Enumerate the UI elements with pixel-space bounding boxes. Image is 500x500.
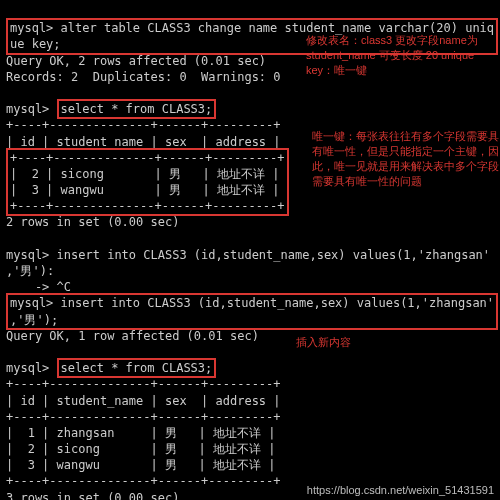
- query-result: Query OK, 2 rows affected (0.01 sec): [6, 54, 266, 68]
- table-row: | 2 | sicong | 男 | 地址不详 |: [10, 167, 280, 181]
- table-header: | id | student_name | sex | address |: [6, 394, 281, 408]
- sql-cont: ,'男'):: [6, 264, 54, 278]
- prompt: mysql>: [10, 21, 61, 35]
- cmd-select-1: select * from CLASS3;: [57, 99, 217, 119]
- cmd-insert: mysql> insert into CLASS3 (id,student_na…: [6, 293, 498, 329]
- table-row: | 3 | wangwu | 男 | 地址不详 |: [10, 183, 280, 197]
- watermark: https://blog.csdn.net/weixin_51431591: [307, 483, 494, 498]
- table-row: | 3 | wangwu | 男 | 地址不详 |: [6, 458, 276, 472]
- table-border: +----+--------------+------+---------+: [6, 118, 281, 132]
- rows-info: 2 rows in set (0.00 sec): [6, 215, 179, 229]
- annotation-3: 插入新内容: [296, 335, 376, 350]
- prompt: mysql>: [10, 296, 61, 310]
- annotation-1: 修改表名：class3 更改字段name为student_name 可变长度 2…: [306, 33, 496, 78]
- sql: insert into CLASS3 (id,student_name,sex)…: [57, 248, 490, 262]
- prompt: mysql>: [6, 102, 57, 116]
- rows-info: 3 rows in set (0.00 sec): [6, 491, 179, 500]
- table-row: | 2 | sicong | 男 | 地址不详 |: [6, 442, 276, 456]
- prompt: mysql>: [6, 248, 57, 262]
- table-row: | 1 | zhangsan | 男 | 地址不详 |: [6, 426, 276, 440]
- annotation-2: 唯一键：每张表往往有多个字段需要具有唯一性，但是只能指定一个主键，因此，唯一见就…: [312, 129, 500, 188]
- table-body-1: +----+--------------+------+---------+ |…: [6, 148, 289, 217]
- table-header: | id | student_name | sex | address |: [6, 135, 281, 149]
- sql-cont: ue key;: [10, 37, 61, 51]
- cmd-select-2: select * from CLASS3;: [57, 358, 217, 378]
- ctrl-c: -> ^C: [6, 280, 71, 294]
- query-result: Query OK, 1 row affected (0.01 sec): [6, 329, 259, 343]
- query-result: Records: 2 Duplicates: 0 Warnings: 0: [6, 70, 281, 84]
- prompt: mysql>: [6, 361, 57, 375]
